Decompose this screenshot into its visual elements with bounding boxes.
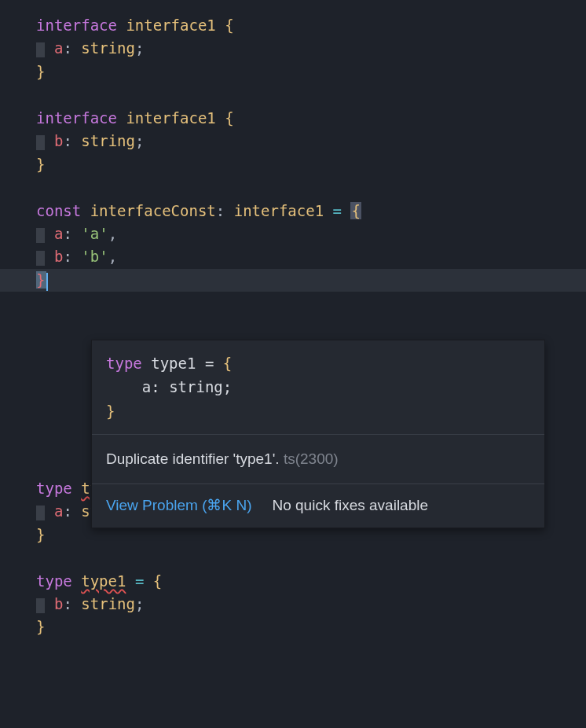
indent-guide bbox=[36, 251, 45, 266]
type-annotation: interface1 bbox=[234, 202, 324, 219]
empty-line[interactable] bbox=[36, 315, 586, 338]
tt-open-brace: { bbox=[223, 355, 232, 372]
property-name: b bbox=[54, 248, 63, 265]
colon: : bbox=[216, 202, 225, 219]
keyword-type: type bbox=[36, 480, 72, 497]
hover-tooltip: type type1 = { a: string; } Duplicate id… bbox=[91, 340, 545, 528]
code-line[interactable]: interface interface1 { bbox=[36, 107, 586, 130]
open-brace: { bbox=[225, 17, 233, 34]
property-type: string bbox=[81, 132, 135, 149]
indent-guide bbox=[36, 135, 45, 150]
error-code: ts(2300) bbox=[284, 450, 339, 467]
string-value: 'b' bbox=[81, 248, 108, 265]
code-line[interactable]: } bbox=[36, 61, 586, 83]
code-line[interactable]: type type1 = { bbox=[36, 570, 586, 593]
tt-equals: = bbox=[205, 355, 214, 372]
keyword-interface: interface bbox=[36, 17, 117, 34]
empty-line[interactable] bbox=[36, 83, 586, 106]
tt-prop-type: string bbox=[169, 378, 223, 395]
empty-line[interactable] bbox=[36, 176, 586, 199]
code-editor[interactable]: interface interface1 { a: string; } inte… bbox=[0, 14, 586, 639]
tt-colon: : bbox=[151, 378, 159, 395]
property-name: b bbox=[54, 132, 63, 149]
property-type: string bbox=[81, 39, 135, 57]
empty-line[interactable] bbox=[36, 546, 586, 569]
close-brace-highlighted: } bbox=[36, 271, 46, 289]
variable-name: interfaceConst bbox=[90, 202, 216, 219]
close-brace: } bbox=[36, 618, 45, 635]
equals: = bbox=[135, 572, 144, 590]
keyword-interface: interface bbox=[36, 109, 117, 127]
tooltip-actions: View Problem (⌘K N) No quick fixes avail… bbox=[92, 484, 544, 528]
code-line-cursor[interactable]: } bbox=[36, 269, 586, 292]
equals: = bbox=[333, 202, 342, 219]
open-brace: { bbox=[153, 572, 162, 590]
colon: : bbox=[63, 225, 71, 242]
code-line[interactable]: } bbox=[36, 153, 586, 176]
comma: , bbox=[108, 225, 117, 242]
semicolon: ; bbox=[135, 39, 144, 57]
view-problem-link[interactable]: View Problem (⌘K N) bbox=[106, 494, 251, 517]
tt-type-name: type1 bbox=[151, 355, 196, 372]
close-brace: } bbox=[36, 63, 45, 80]
tt-close-brace: } bbox=[106, 403, 115, 420]
indent-guide bbox=[36, 506, 45, 520]
current-line-highlight bbox=[0, 269, 586, 292]
empty-line[interactable] bbox=[36, 292, 586, 314]
text-cursor bbox=[46, 273, 48, 291]
code-line[interactable]: const interfaceConst: interface1 = { bbox=[36, 200, 586, 222]
property-name: b bbox=[54, 595, 63, 612]
keyword-const: const bbox=[36, 202, 81, 219]
tooltip-code-preview: type type1 = { a: string; } bbox=[92, 340, 544, 434]
no-fixes-label: No quick fixes available bbox=[272, 494, 428, 517]
indent-guide bbox=[36, 42, 45, 57]
keyword-type: type bbox=[36, 572, 72, 590]
colon: : bbox=[63, 132, 71, 149]
colon: : bbox=[63, 39, 71, 57]
code-line[interactable]: b: string; bbox=[36, 593, 586, 616]
semicolon: ; bbox=[135, 595, 144, 612]
type-name: interface1 bbox=[126, 109, 215, 127]
tt-prop-name: a bbox=[142, 378, 151, 395]
close-brace: } bbox=[36, 526, 45, 543]
comma: , bbox=[108, 248, 117, 265]
code-line[interactable]: } bbox=[36, 616, 586, 638]
semicolon: ; bbox=[135, 132, 144, 149]
colon: : bbox=[63, 502, 71, 520]
type-name: interface1 bbox=[126, 17, 215, 34]
tt-keyword: type bbox=[106, 355, 142, 372]
code-line[interactable]: a: 'a', bbox=[36, 222, 586, 245]
indent-guide bbox=[36, 598, 45, 613]
indent-guide bbox=[36, 228, 45, 243]
open-brace-highlighted: { bbox=[350, 202, 361, 219]
property-name: a bbox=[54, 39, 63, 57]
open-brace: { bbox=[225, 109, 233, 127]
code-line[interactable]: interface interface1 { bbox=[36, 14, 586, 37]
error-text: Duplicate identifier 'type1'. bbox=[106, 450, 280, 467]
code-line[interactable]: a: string; bbox=[36, 37, 586, 60]
colon: : bbox=[63, 248, 71, 265]
tt-semicolon: ; bbox=[223, 378, 232, 395]
colon: : bbox=[63, 595, 71, 612]
close-brace: } bbox=[36, 156, 45, 173]
code-line[interactable]: b: 'b', bbox=[36, 245, 586, 268]
code-line[interactable]: b: string; bbox=[36, 130, 586, 153]
property-name: a bbox=[54, 502, 63, 520]
string-value: 'a' bbox=[81, 225, 108, 242]
tooltip-error-message: Duplicate identifier 'type1'. ts(2300) bbox=[92, 435, 544, 483]
property-type: string bbox=[81, 595, 135, 612]
type-name-error[interactable]: type1 bbox=[81, 572, 126, 590]
property-name: a bbox=[54, 225, 63, 242]
